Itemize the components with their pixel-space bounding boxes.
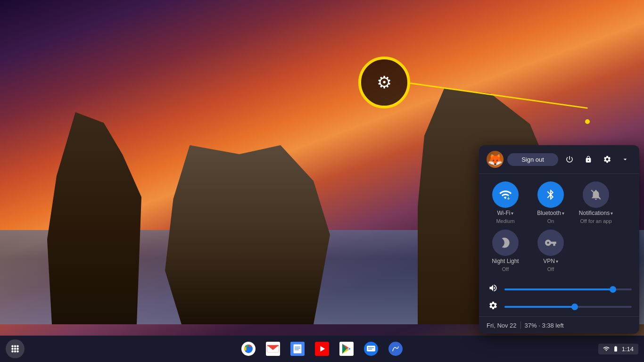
chrome-app-icon[interactable] [238, 338, 259, 359]
power-button[interactable] [562, 152, 577, 167]
night-light-button[interactable] [492, 230, 519, 256]
night-light-label: Night Light [492, 258, 519, 264]
volume-fill [504, 288, 613, 290]
vpn-sub: Off [547, 266, 554, 272]
notifications-tile[interactable]: Notifications ▾ Off for an app [577, 181, 615, 224]
annotation-circle: ⚙ [358, 57, 410, 108]
svg-rect-29 [368, 347, 374, 348]
user-avatar: 🦊 [487, 151, 504, 168]
volume-slider-row [487, 283, 632, 295]
svg-rect-30 [368, 349, 372, 349]
taskbar: 1:14 [0, 336, 644, 362]
svg-point-6 [14, 348, 17, 350]
svg-rect-18 [295, 348, 300, 349]
taskbar-left [6, 339, 25, 358]
brightness-slider-row [487, 301, 632, 313]
bluetooth-sub: On [547, 218, 554, 224]
bluetooth-label: Bluetooth ▾ [537, 210, 564, 216]
app-launcher-button[interactable] [6, 339, 25, 358]
system-tray: 1:14 [598, 344, 638, 354]
quick-tiles-row1: Wi-Fi ▾ Medium Bluetooth ▾ On [479, 174, 639, 228]
night-light-tile[interactable]: Night Light Off [487, 230, 524, 272]
volume-slider[interactable] [504, 288, 632, 290]
bluetooth-tile[interactable]: Bluetooth ▾ On [532, 181, 570, 224]
svg-point-8 [11, 350, 14, 353]
notifications-label: Notifications ▾ [579, 210, 613, 216]
night-light-sub: Off [502, 266, 509, 272]
annotation-gear-icon: ⚙ [377, 73, 392, 92]
brightness-icon [487, 301, 500, 313]
svg-rect-28 [367, 346, 375, 351]
svg-point-4 [17, 345, 19, 347]
wifi-tile[interactable]: Wi-Fi ▾ Medium [487, 181, 524, 224]
sign-out-button[interactable]: Sign out [507, 153, 558, 166]
settings-button[interactable] [600, 152, 615, 167]
brightness-fill [504, 306, 575, 308]
svg-point-9 [14, 350, 17, 353]
youtube-app-icon[interactable] [312, 338, 332, 359]
rock-left [47, 112, 141, 324]
vpn-tile[interactable]: VPN ▾ Off [532, 230, 570, 272]
expand-button[interactable] [619, 153, 632, 166]
svg-point-31 [388, 342, 403, 356]
quick-settings-header: 🦊 Sign out [479, 145, 639, 174]
vpn-button[interactable] [537, 230, 564, 256]
svg-point-7 [17, 348, 19, 350]
play-store-app-icon[interactable] [336, 338, 357, 359]
wifi-sub: Medium [496, 218, 514, 224]
lock-button[interactable] [581, 152, 596, 167]
bluetooth-button[interactable] [537, 181, 564, 208]
tray-time: 1:14 [622, 346, 634, 353]
annotation-dot [585, 119, 590, 124]
gmail-app-icon[interactable] [263, 338, 283, 359]
svg-rect-16 [294, 344, 302, 353]
quick-settings-panel: 🦊 Sign out [479, 145, 639, 334]
footer-date: Fri, Nov 22 [487, 322, 517, 329]
notifications-sub: Off for an app [580, 218, 611, 224]
wifi-tray-icon [603, 346, 610, 352]
volume-icon [487, 283, 500, 295]
notifications-button[interactable] [583, 181, 609, 208]
vpn-label: VPN ▾ [543, 258, 558, 264]
wifi-button[interactable] [492, 181, 519, 208]
battery-tray-icon [612, 346, 619, 352]
rock-center [165, 145, 330, 324]
footer-divider [520, 321, 521, 329]
header-icons [562, 152, 632, 167]
docs-app-icon[interactable] [287, 338, 308, 359]
svg-rect-19 [295, 350, 299, 350]
svg-point-10 [17, 350, 19, 353]
tray-clock[interactable]: 1:14 [598, 344, 638, 354]
svg-rect-17 [295, 347, 300, 347]
sliders-section [479, 280, 639, 316]
wifi-label: Wi-Fi ▾ [497, 210, 514, 216]
svg-point-5 [11, 348, 14, 350]
brightness-thumb[interactable] [571, 304, 578, 310]
cursive-app-icon[interactable] [385, 338, 406, 359]
brightness-slider[interactable] [504, 306, 632, 308]
quick-tiles-row2: Night Light Off VPN ▾ Off [479, 228, 639, 280]
desktop: ⚙ 🦊 Sign out [0, 0, 644, 362]
quick-settings-footer: Fri, Nov 22 37% · 3:38 left [479, 316, 639, 334]
svg-point-3 [14, 345, 17, 347]
footer-battery: 37% · 3:38 left [525, 322, 564, 329]
volume-thumb[interactable] [610, 286, 616, 293]
taskbar-apps [238, 338, 406, 359]
messages-app-icon[interactable] [361, 338, 381, 359]
svg-point-2 [11, 345, 14, 347]
